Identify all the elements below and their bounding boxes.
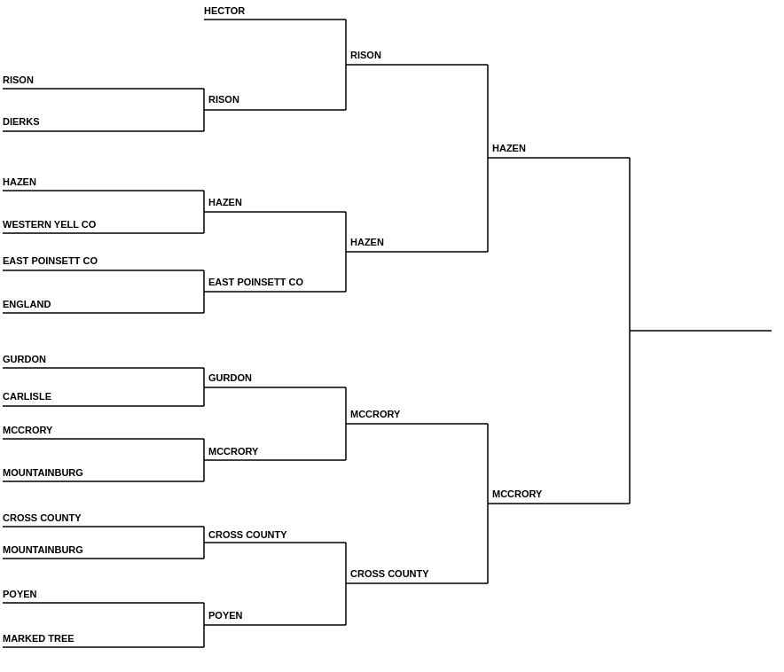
team-dierks: DIERKS — [3, 116, 40, 127]
team-east-poinsett-co-r2: EAST POINSETT CO — [208, 277, 303, 287]
team-hector: HECTOR — [204, 5, 245, 16]
team-cross-county-r3: CROSS COUNTY — [350, 568, 429, 579]
team-hazen-r2: HAZEN — [208, 197, 242, 207]
team-mccrory-r3: MCCRORY — [350, 409, 400, 419]
team-mountainburg-r1b: MOUNTAINBURG — [3, 544, 83, 555]
team-east-poinsett-co-r1: EAST POINSETT CO — [3, 255, 98, 266]
team-cross-county-r1: CROSS COUNTY — [3, 512, 82, 523]
team-poyen-r1: POYEN — [3, 589, 37, 599]
team-rison-r2: RISON — [208, 94, 239, 105]
team-england: ENGLAND — [3, 299, 51, 309]
team-gurdon-r1: GURDON — [3, 354, 46, 364]
team-gurdon-r2: GURDON — [208, 372, 252, 383]
team-western-yell-co: WESTERN YELL CO — [3, 219, 96, 230]
team-hazen-r3: HAZEN — [350, 237, 384, 247]
team-rison-r1: RISON — [3, 74, 34, 85]
team-mountainburg-r1: MOUNTAINBURG — [3, 467, 83, 478]
team-mccrory-r2: MCCRORY — [208, 446, 258, 457]
team-rison-r3: RISON — [350, 50, 381, 60]
team-mccrory-r1: MCCRORY — [3, 425, 52, 435]
team-cross-county-r2: CROSS COUNTY — [208, 529, 287, 540]
team-poyen-r2: POYEN — [208, 610, 243, 621]
team-hazen-r1: HAZEN — [3, 176, 36, 187]
team-mccrory-r4: MCCRORY — [492, 488, 542, 499]
bracket-container: HECTOR RISON DIERKS HAZEN WESTERN YELL C… — [0, 0, 784, 672]
team-marked-tree: MARKED TREE — [3, 633, 74, 644]
team-hazen-r4: HAZEN — [492, 143, 526, 153]
team-carlisle: CARLISLE — [3, 391, 51, 402]
